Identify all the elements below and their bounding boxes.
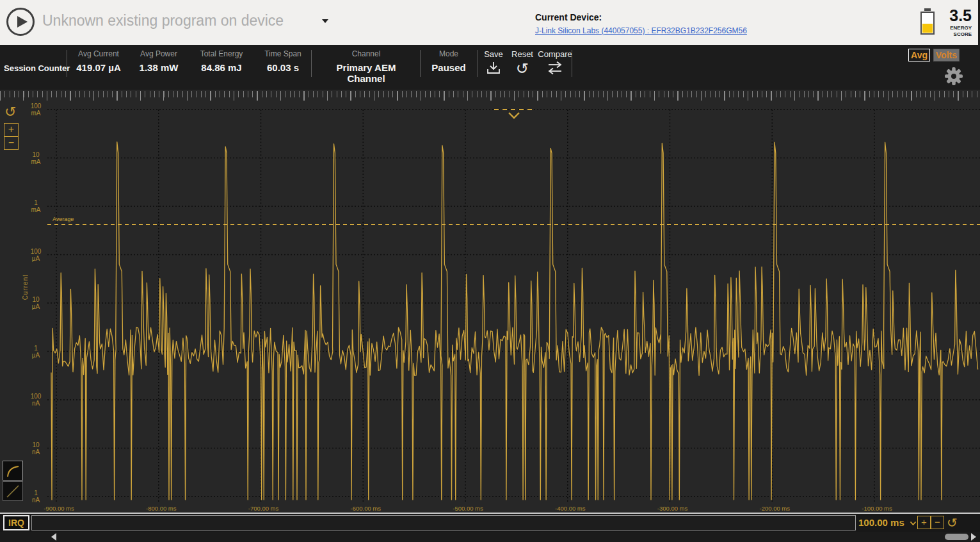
window-span-dropdown[interactable]: 100.00 ms [858, 515, 917, 530]
x-tick-label: -300.00 ms [647, 505, 698, 512]
irq-track[interactable] [31, 515, 856, 530]
energy-profiler-window: Unknown existing program on device Curre… [0, 0, 980, 542]
y-tick-label: 1µA [17, 345, 55, 359]
zoom-in-button[interactable]: + [4, 123, 19, 136]
x-tick-label: -900.00 ms [33, 505, 84, 512]
play-icon [17, 16, 28, 28]
irq-bar: IRQ 100.00 ms + − ↺ [0, 514, 980, 532]
reset-button[interactable]: Reset ↺ [507, 49, 538, 76]
reset-icon: ↺ [507, 61, 538, 76]
y-axis-title: Current [22, 274, 29, 300]
y-tick-label: 10mA [17, 151, 55, 165]
x-tick-label: -800.00 ms [136, 505, 187, 512]
energy-score-block: 3.5 ENERGY SCORE [920, 6, 972, 40]
program-selector[interactable]: Unknown existing program on device [42, 12, 284, 29]
energy-score-value: 3.5 [949, 6, 972, 25]
linear-scale-button[interactable] [3, 481, 23, 501]
current-chart[interactable]: 100mA10mA1mA100µA10µA1µA100nA10nA1nA -90… [0, 90, 980, 513]
battery-icon [920, 12, 935, 35]
x-tick-label: -600.00 ms [340, 505, 391, 512]
irq-button[interactable]: IRQ [3, 515, 29, 530]
save-icon [485, 61, 502, 75]
y-tick-label: 100µA [17, 248, 55, 262]
x-tick-label: -200.00 ms [749, 505, 800, 512]
stats-toolbar: Session Counter Avg Current 419.07 µA Av… [0, 45, 980, 92]
stat-time-span: Time Span 60.03 s [256, 49, 310, 73]
scroll-right-arrow-icon[interactable] [971, 533, 976, 541]
horizontal-scrollbar[interactable] [0, 532, 980, 542]
toggle-avg-button[interactable]: Avg [908, 49, 930, 62]
zoom-reset-icon[interactable]: ↺ [4, 105, 16, 119]
energy-score-caption: ENERGY SCORE [950, 25, 972, 38]
x-tick-label: -400.00 ms [545, 505, 596, 512]
y-tick-label: 1mA [17, 199, 55, 213]
span-reset-icon[interactable]: ↺ [947, 515, 958, 530]
top-bar: Unknown existing program on device Curre… [0, 0, 980, 45]
current-device-block: Current Device: J-Link Silicon Labs (440… [535, 12, 747, 35]
log-scale-button[interactable] [3, 461, 23, 480]
y-tick-label: 100mA [17, 103, 55, 117]
channel-cell: Channel Primary AEM Channel [316, 49, 416, 84]
play-button[interactable] [6, 8, 35, 36]
current-device-label: Current Device: [535, 12, 602, 22]
stat-avg-current: Avg Current 419.07 µA [72, 49, 125, 73]
chevron-down-icon [910, 521, 917, 526]
stat-total-energy: Total Energy 84.86 mJ [192, 49, 251, 73]
linear-line-icon [3, 482, 22, 500]
mode-cell: Mode Paused [425, 49, 472, 73]
average-line-label: Average [52, 216, 74, 222]
y-tick-label: 10nA [17, 441, 55, 456]
compare-button[interactable]: Compare [536, 49, 574, 78]
span-increase-button[interactable]: + [917, 516, 931, 529]
x-tick-label: -500.00 ms [442, 505, 494, 512]
zoom-out-button[interactable]: − [4, 136, 19, 150]
y-tick-label: 100nA [17, 393, 55, 407]
toggle-volts-button[interactable]: Volts [933, 49, 960, 62]
x-tick-label: -700.00 ms [238, 505, 289, 512]
window-span-value: 100.00 ms [858, 517, 904, 528]
save-button[interactable]: Save [480, 49, 507, 78]
span-decrease-button[interactable]: − [931, 516, 944, 529]
x-tick-label: -100.00 ms [851, 505, 903, 512]
chevron-down-icon[interactable] [322, 19, 328, 23]
waveform-plot [0, 90, 980, 513]
device-link[interactable]: J-Link Silicon Labs (440057055) : EFR32B… [535, 26, 747, 35]
scroll-left-arrow-icon[interactable] [51, 533, 56, 541]
battery-fill [922, 24, 933, 33]
stat-avg-power: Avg Power 1.38 mW [132, 49, 186, 73]
gear-icon[interactable] [944, 66, 964, 86]
compare-icon [545, 61, 565, 75]
scrollbar-thumb[interactable] [945, 534, 968, 540]
log-curve-icon [3, 461, 22, 480]
session-counter-label: Session Counter [4, 63, 70, 73]
